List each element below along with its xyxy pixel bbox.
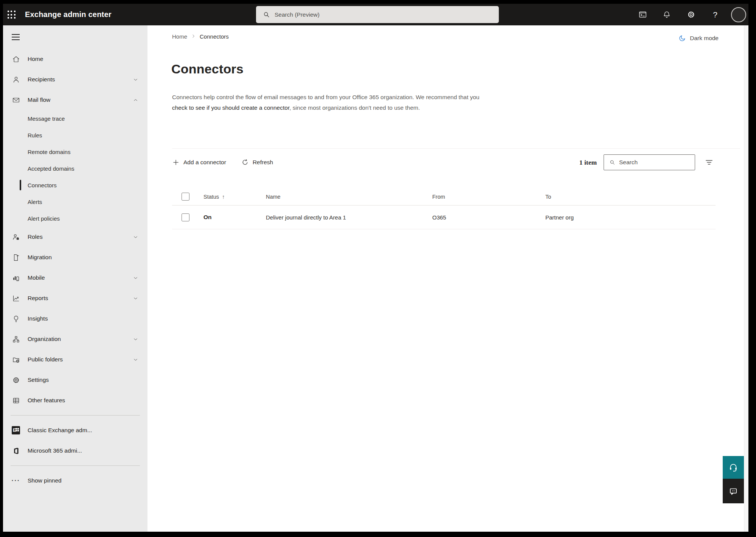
main-content: Home Connectors Dark mode Connectors Con… [147,25,744,532]
chart-phone-icon [11,273,20,282]
sidebar-item-insights[interactable]: Insights [3,308,147,329]
toolbar-divider [172,148,740,149]
breadcrumb-home-link[interactable]: Home [172,33,187,40]
support-button[interactable] [723,456,744,479]
headset-icon [728,462,738,472]
gear-icon [11,375,20,384]
sidebar-item-alert-policies[interactable]: Alert policies [3,210,147,227]
top-bar-actions: ? [634,4,746,25]
sidebar-item-reports[interactable]: Reports [3,288,147,308]
sidebar-item-message-trace[interactable]: Message trace [3,110,147,127]
dark-mode-toggle[interactable]: Dark mode [678,34,719,42]
filter-icon [705,158,714,167]
sidebar-item-mail-flow[interactable]: Mail flow [3,90,147,110]
app-window: Exchange admin center [3,4,748,532]
description-text: , since most organizations don't need to… [289,104,420,111]
page-description: Connectors help control the flow of emai… [172,92,494,113]
breadcrumb-current: Connectors [200,33,229,40]
sidebar-item-microsoft-365-admin[interactable]: Microsoft 365 admi... [3,440,147,461]
selected-indicator [20,180,21,190]
lightbulb-icon [11,314,20,323]
connectors-table: Status ↑ Name From To On Deliver journal… [172,188,716,229]
chevron-down-icon [133,357,138,363]
column-header-name[interactable]: Name [266,194,432,200]
sidebar-item-rules[interactable]: Rules [3,127,147,143]
mail-icon [11,95,20,104]
powershell-terminal-button[interactable] [634,6,651,23]
sidebar-item-classic-exchange-admin[interactable]: E Classic Exchange adm... [3,420,147,440]
list-search-input[interactable] [615,159,695,166]
table-row[interactable]: On Deliver journal directly to Area 1 O3… [172,205,716,229]
home-icon [11,54,20,64]
page-title: Connectors [171,62,244,76]
app-title: Exchange admin center [25,10,112,19]
gear-icon [687,10,695,19]
settings-button[interactable] [683,6,699,23]
chevron-right-icon [191,33,196,40]
add-connector-button[interactable]: Add a connector [172,159,226,166]
chevron-down-icon [133,77,138,82]
global-search-input[interactable] [270,6,499,23]
notifications-button[interactable] [658,6,675,23]
microsoft-365-logo-icon [11,446,20,455]
vertical-scrollbar[interactable] [744,25,748,532]
sidebar-item-alerts[interactable]: Alerts [3,193,147,210]
refresh-button[interactable]: Refresh [241,159,273,166]
column-header-from[interactable]: From [432,194,545,200]
document-arrow-icon [11,253,20,262]
app-launcher-icon [8,11,16,19]
search-icon [263,11,270,18]
feedback-button[interactable] [723,479,744,503]
table-grid-icon [11,396,20,405]
select-row-checkbox[interactable] [182,213,189,221]
org-chart-icon [11,335,20,344]
item-count: 1 item [579,159,597,167]
select-all-checkbox[interactable] [182,193,189,201]
column-header-status[interactable]: Status [203,194,219,200]
description-link[interactable]: check to see if you should create a conn… [172,104,289,111]
chevron-down-icon [133,296,138,301]
refresh-icon [241,159,249,166]
sidebar-item-public-folders[interactable]: Public folders [3,349,147,370]
chevron-down-icon [133,275,138,281]
top-bar: Exchange admin center [3,4,748,25]
row-name: Deliver journal directly to Area 1 [266,214,432,221]
sidebar-item-other-features[interactable]: Other features [3,390,147,411]
sidebar-item-settings[interactable]: Settings [3,370,147,390]
bell-icon [663,11,671,19]
line-chart-icon [11,294,20,303]
sidebar-item-organization[interactable]: Organization [3,329,147,349]
list-search-box [604,154,695,170]
sidebar-item-home[interactable]: Home [3,49,147,69]
nav-collapse-button[interactable] [12,31,24,43]
list-toolbar: Add a connector Refresh 1 item [172,153,716,171]
filter-button[interactable] [703,156,716,169]
left-nav: Home Recipients Mail flow Message trace … [3,25,147,532]
column-header-to[interactable]: To [545,194,716,200]
screenshot-frame: Exchange admin center [0,0,756,537]
account-avatar[interactable] [731,7,746,22]
sidebar-item-recipients[interactable]: Recipients [3,69,147,90]
sidebar-item-roles[interactable]: Roles [3,227,147,247]
exchange-logo-icon: E [11,426,20,435]
sidebar-item-accepted-domains[interactable]: Accepted domains [3,160,147,177]
row-status: On [203,214,266,221]
search-icon [609,159,615,166]
moon-icon [678,34,686,42]
sidebar-item-show-pinned[interactable]: ··· Show pinned [3,470,147,491]
chat-bubble-icon [728,486,738,496]
ellipsis-icon: ··· [11,476,20,485]
sidebar-divider [11,415,140,416]
sidebar-item-remote-domains[interactable]: Remote domains [3,143,147,160]
chevron-up-icon [133,97,138,103]
person-briefcase-icon [11,232,20,241]
breadcrumb: Home Connectors [172,33,229,40]
sidebar-item-migration[interactable]: Migration [3,247,147,268]
sidebar-item-connectors-selected[interactable]: Connectors [3,177,147,193]
help-button[interactable]: ? [707,6,723,23]
table-header-row: Status ↑ Name From To [172,188,716,205]
app-launcher-button[interactable] [3,4,20,25]
plus-icon [172,159,180,166]
sidebar-item-mobile[interactable]: Mobile [3,268,147,288]
global-search-box [256,6,499,23]
